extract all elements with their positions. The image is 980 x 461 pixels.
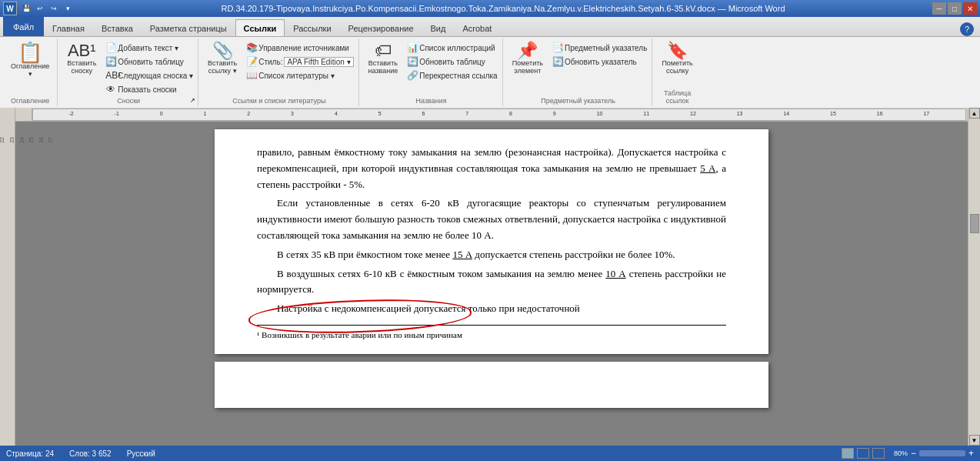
group-citations: 📎 Вставитьссылку ▾ 📚 Управление источник…: [200, 38, 358, 106]
title-bar-left: W 💾 ↩ ↪ ▾: [3, 2, 74, 15]
insert-footnote-label: Вставитьсноску: [67, 59, 96, 75]
next-footnote-label: Следующая сноска ▾: [118, 72, 193, 80]
language-indicator: Русский: [127, 449, 155, 458]
show-footnotes-button[interactable]: 👁 Показать сноски: [104, 83, 195, 95]
insert-citation-button[interactable]: 📎 Вставитьссылку ▾: [203, 40, 242, 77]
title-bar: W 💾 ↩ ↪ ▾ RD.34.20.179-Tipovaya.Instrukc…: [0, 0, 980, 17]
zoom-slider[interactable]: [919, 450, 965, 456]
index-icon: 📑: [552, 42, 563, 53]
ribbon-tab-bar: Файл Главная Вставка Разметка страницы С…: [0, 17, 980, 37]
undo-btn[interactable]: ↩: [34, 2, 46, 15]
mark-citation-button[interactable]: 🔖 Пометитьссылку: [657, 40, 697, 77]
zoom-level: 80%: [894, 449, 908, 457]
group-footnotes: AB¹ Вставитьсноску 📄 Добавить текст ▾ 🔄 …: [59, 38, 198, 106]
index-button[interactable]: 📑 Предметный указатель: [551, 42, 648, 54]
view-normal-btn[interactable]: [842, 448, 854, 459]
tab-layout[interactable]: Разметка страницы: [142, 19, 235, 36]
ruler-top: -2-101234567891011121314151617: [15, 108, 968, 122]
tab-acrobat[interactable]: Acrobat: [454, 19, 500, 36]
tab-review[interactable]: Рецензирование: [340, 19, 422, 36]
page-content: правило, равным ёмкостному току замыкани…: [215, 129, 768, 354]
cross-reference-button[interactable]: 🔗 Перекрестная ссылка: [405, 69, 498, 82]
word-icon: W: [3, 2, 17, 15]
cross-reference-label: Перекрестная ссылка: [419, 72, 497, 80]
ruler-numbers: -2-101234567891011121314151617: [33, 111, 965, 116]
footnotes-dialog-btn[interactable]: ↗: [190, 97, 195, 104]
style-value[interactable]: APA Fifth Edition ▾: [284, 57, 353, 67]
view-controls: 80% − +: [842, 448, 974, 459]
tab-references[interactable]: Ссылки: [235, 19, 285, 36]
word-count: Слов: 3 652: [69, 449, 112, 458]
group-footnotes-label: Сноски: [59, 97, 198, 105]
bibliography-button[interactable]: 📖 Список литературы ▾: [245, 69, 355, 82]
next-footnote-button[interactable]: AB¹ Следующая сноска ▾: [104, 69, 195, 82]
update-index-label: Обновить указатель: [565, 58, 637, 66]
value-10a: 10 А: [605, 268, 625, 279]
toc-button[interactable]: 📋 Оглавление▾: [6, 40, 54, 92]
update-table-caption-icon: 🔄: [407, 56, 418, 67]
page2-content: [215, 362, 768, 377]
group-toc-label: Оглавление: [3, 97, 57, 105]
insert-caption-button[interactable]: 🏷 Вставитьназвание: [364, 40, 403, 77]
zoom-out-btn[interactable]: −: [911, 448, 916, 459]
ruler-left: 18192021222324252627: [0, 108, 15, 446]
update-table-footnote-label: Обновить таблицу: [118, 58, 184, 66]
toc-label: Оглавление▾: [11, 62, 49, 78]
ruler-bar: -2-101234567891011121314151617: [32, 109, 966, 121]
para-6-10kv: В воздушных сетях 6-10 кВ с ёмкостным то…: [257, 266, 726, 299]
manage-sources-label: Управление источниками: [258, 44, 349, 52]
scroll-thumb[interactable]: [970, 214, 979, 233]
insert-footnote-button[interactable]: AB¹ Вставитьсноску: [62, 40, 101, 77]
scroll-down-button[interactable]: ▼: [969, 435, 980, 446]
bibliography-icon: 📖: [246, 70, 257, 81]
tab-insert[interactable]: Вставка: [93, 19, 142, 36]
close-button[interactable]: ✕: [963, 2, 977, 15]
pages-area[interactable]: правило, равным ёмкостному току замыкани…: [15, 122, 968, 446]
scroll-up-button[interactable]: ▲: [969, 108, 980, 119]
style-icon: 📝: [246, 56, 257, 67]
help-button[interactable]: ?: [960, 22, 974, 36]
manage-sources-button[interactable]: 📚 Управление источниками: [245, 42, 355, 54]
ribbon-panel: 📋 Оглавление▾ Оглавление AB¹ Вставитьсно…: [0, 37, 980, 108]
update-table-caption-button[interactable]: 🔄 Обновить таблицу: [405, 55, 498, 68]
tab-mailings[interactable]: Рассылки: [285, 19, 339, 36]
save-btn[interactable]: 💾: [20, 2, 32, 15]
group-citations-table-label: Таблица ссылок: [654, 89, 700, 105]
mark-entry-label: Пометитьэлемент: [512, 59, 543, 75]
customize-btn[interactable]: ▾: [62, 2, 74, 15]
value-5a: 5 А: [700, 162, 715, 174]
view-reader-btn[interactable]: [857, 448, 869, 459]
para-35kv: В сетях 35 кВ при ёмкостном токе менее 1…: [257, 247, 726, 263]
list-figures-button[interactable]: 📊 Список иллюстраций: [405, 42, 498, 54]
scroll-track[interactable]: [969, 119, 980, 435]
add-text-icon: 📄: [105, 42, 116, 53]
view-web-btn[interactable]: [872, 448, 885, 459]
update-table-footnote-button[interactable]: 🔄 Обновить таблицу: [104, 55, 195, 68]
tab-home[interactable]: Главная: [44, 19, 93, 36]
show-footnotes-icon: 👁: [105, 84, 116, 95]
maximize-button[interactable]: □: [948, 2, 962, 15]
redo-btn[interactable]: ↪: [48, 2, 60, 15]
footnote-icon: AB¹: [68, 42, 96, 59]
zoom-in-btn[interactable]: +: [968, 448, 974, 459]
tab-file[interactable]: Файл: [3, 16, 44, 36]
mark-citation-label: Пометитьссылку: [662, 59, 692, 75]
tab-view[interactable]: Вид: [422, 19, 455, 36]
mark-entry-icon: 📌: [517, 42, 538, 59]
group-captions-label: Названия: [361, 97, 502, 105]
para-compensation: правило, равным ёмкостному току замыкани…: [257, 145, 726, 192]
group-index: 📌 Пометитьэлемент 📑 Предметный указатель…: [505, 38, 653, 106]
style-selector[interactable]: 📝 Стиль: APA Fifth Edition ▾: [245, 55, 355, 68]
quick-access-toolbar: 💾 ↩ ↪ ▾: [20, 2, 74, 15]
scrollbar-right: ▲ ▼: [968, 108, 980, 446]
group-citations-label: Ссылки и списки литературы: [200, 97, 358, 105]
update-index-button[interactable]: 🔄 Обновить указатель: [551, 55, 648, 68]
minimize-button[interactable]: ─: [932, 2, 946, 15]
list-figures-label: Список иллюстраций: [419, 44, 495, 52]
add-text-button[interactable]: 📄 Добавить текст ▾: [104, 42, 195, 54]
mark-entry-button[interactable]: 📌 Пометитьэлемент: [508, 40, 548, 77]
para-reactors: Если установленные в сетях 6-20 кВ дугог…: [257, 195, 726, 243]
status-bar: Страница: 24 Слов: 3 652 Русский 80% − +: [0, 446, 980, 461]
update-index-icon: 🔄: [552, 56, 563, 67]
cross-reference-icon: 🔗: [407, 70, 418, 81]
